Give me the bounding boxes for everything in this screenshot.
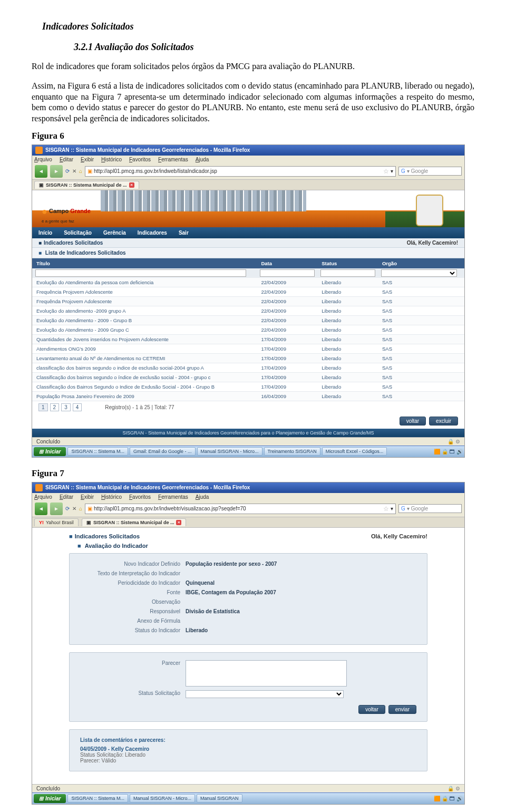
page-3[interactable]: 3 [61,403,71,411]
table-row[interactable]: Classificação dos Bairros Segundo o Indi… [32,382,464,391]
status-solicitacao-select[interactable] [186,690,344,698]
tray-icon[interactable]: 🔒 [442,796,448,801]
task-item[interactable]: Manual SISGRAN [197,794,242,803]
back-button[interactable]: ◄ [35,502,47,515]
task-item[interactable]: Gmail: Email do Google - ... [130,447,196,456]
tray-icon[interactable]: 🟧 [434,449,440,455]
task-item[interactable]: SISGRAN :: Sistema M... [67,794,128,803]
menu-exibir[interactable]: Exibir [81,494,94,500]
menu-favoritos[interactable]: Favoritos [129,494,151,500]
table-row[interactable]: Classificação dos bairros segundo o índi… [32,372,464,382]
start-button[interactable]: ⊞ Iniciar [34,794,66,803]
home-button[interactable]: ⌂ [79,506,82,511]
filter-status[interactable] [320,269,375,277]
system-tray[interactable]: 🟧 🔒 🗔 🔊 [434,449,463,455]
table-row[interactable]: Quantidades de Jovens inseridos no Projo… [32,334,464,344]
reload-button[interactable]: ⟳ [65,506,70,511]
th-titulo[interactable]: Título [32,258,257,268]
task-item[interactable]: SISGRAN :: Sistema M... [67,447,128,456]
task-item[interactable]: Treinamento SISGRAN [264,447,320,456]
table-row[interactable]: Evolução do Atendimento - 2009 Grupo C22… [32,325,464,334]
tray-icon[interactable]: 🗔 [450,796,455,801]
menu-ajuda[interactable]: Ajuda [196,494,209,500]
page-4[interactable]: 4 [73,403,82,411]
excluir-button[interactable]: excluir [429,417,458,426]
table-row[interactable]: Frequênda Projovem Adolescente22/04/2009… [32,296,464,306]
table-row[interactable]: Evolução do atendimento -2009 grupo A22/… [32,306,464,315]
nav-gerencia[interactable]: Gerência [103,230,126,236]
menubar[interactable]: Arquivo Editar Exibir Histórico Favorito… [32,156,464,163]
tab-yahoo[interactable]: Y! Yahoo! Brasil [34,518,79,526]
tab-close-icon[interactable]: × [129,182,134,188]
tab-label: Yahoo! Brasil [46,520,74,525]
search-field[interactable]: G▾ Google [398,504,462,513]
menu-historico[interactable]: Histórico [101,494,122,500]
table-row[interactable]: Evolução do Atendimento da pessoa com de… [32,278,464,287]
tray-icon[interactable]: 🔊 [456,449,463,455]
nav-sair[interactable]: Sair [179,230,189,236]
menu-editar[interactable]: Editar [60,157,73,162]
table-row[interactable]: Levantamento anual do Nº de Atendimentos… [32,353,464,363]
menubar[interactable]: Arquivo Editar Exibir Histórico Favorito… [32,493,464,501]
nav-solicitacao[interactable]: Solicitação [64,230,92,236]
parecer-textarea[interactable] [186,660,347,687]
filter-data[interactable] [260,269,315,277]
task-item[interactable]: Microsoft Excel - Códigos... [322,447,387,456]
reload-button[interactable]: ⟳ [65,168,70,174]
tab-sisgran[interactable]: ▣ SISGRAN :: Sistema Municipal de ... × [34,181,139,189]
forward-button[interactable]: ► [50,165,63,178]
th-orgao[interactable]: Orgão [378,258,464,268]
menu-historico[interactable]: Histórico [101,157,122,162]
dropdown-icon[interactable]: ▾ [391,168,393,174]
field-label: Observação [80,599,186,605]
menu-ajuda[interactable]: Ajuda [196,157,209,162]
tray-icon[interactable]: 🗔 [450,449,455,455]
enviar-button[interactable]: enviar [388,705,416,714]
window-titlebar[interactable]: SISGRAN :: Sistema Municipal de Indicado… [32,482,464,493]
table-row[interactable]: classificação dos bairros segundo o indi… [32,363,464,372]
system-tray[interactable]: 🟧 🔒 🗔 🔊 [434,796,463,801]
page-2[interactable]: 2 [50,403,60,411]
menu-favoritos[interactable]: Favoritos [129,157,151,162]
search-field[interactable]: G▾ Google [398,167,462,176]
table-row[interactable]: Evolução do Atendimento - 2009 - Grupo B… [32,315,464,325]
table-cell: 16/04/2009 [257,391,317,401]
start-button[interactable]: ⊞ Iniciar [34,447,66,456]
nav-inicio[interactable]: Início [38,230,52,236]
menu-arquivo[interactable]: Arquivo [34,157,52,162]
menu-ferramentas[interactable]: Ferramentas [158,494,188,500]
home-button[interactable]: ⌂ [79,168,82,174]
tray-icon[interactable]: 🔒 [442,449,448,455]
dropdown-icon[interactable]: ▾ [391,506,393,511]
back-button[interactable]: ◄ [35,165,47,178]
forward-button[interactable]: ► [50,502,63,515]
menu-exibir[interactable]: Exibir [81,157,94,162]
bookmark-star-icon[interactable]: ☆ [383,505,389,513]
task-item[interactable]: Manual SISGRAN - Micro... [130,794,195,803]
voltar-button[interactable]: voltar [400,417,426,426]
table-row[interactable]: Frequência Projovem Adolescente22/04/200… [32,287,464,296]
menu-ferramentas[interactable]: Ferramentas [158,157,188,162]
stop-button[interactable]: ✕ [72,506,76,511]
tray-icon[interactable]: 🟧 [434,796,440,801]
tab-sisgran[interactable]: ▣ SISGRAN :: Sistema Municipal de ... × [82,518,187,526]
url-field[interactable]: ▣ http://apl01.pmcg.ms.gov.br/indwebtr/v… [85,504,396,514]
filter-orgao[interactable] [381,269,457,277]
task-item[interactable]: Manual SISGRAN - Micro... [197,447,262,456]
stop-button[interactable]: ✕ [72,168,76,174]
filter-titulo[interactable] [35,269,246,277]
page-1[interactable]: 1 [38,403,48,411]
window-titlebar[interactable]: SISGRAN :: Sistema Municipal de Indicado… [32,145,464,156]
table-row[interactable]: População Prosa Janeiro Fevereiro de 200… [32,391,464,401]
menu-editar[interactable]: Editar [60,494,73,500]
nav-indicadores[interactable]: Indicadores [138,230,167,236]
bookmark-star-icon[interactable]: ☆ [383,168,389,175]
tray-icon[interactable]: 🔊 [456,796,463,801]
th-status[interactable]: Status [317,258,378,268]
table-row[interactable]: Atendimentos ONG's 200917/04/2009Liberad… [32,344,464,353]
url-field[interactable]: ▣ http://apl01.pmcg.ms.gov.br/indweb/lis… [85,166,396,177]
menu-arquivo[interactable]: Arquivo [34,494,52,500]
tab-close-icon[interactable]: × [176,520,181,525]
voltar-button[interactable]: voltar [358,705,385,714]
th-data[interactable]: Data [257,258,317,268]
